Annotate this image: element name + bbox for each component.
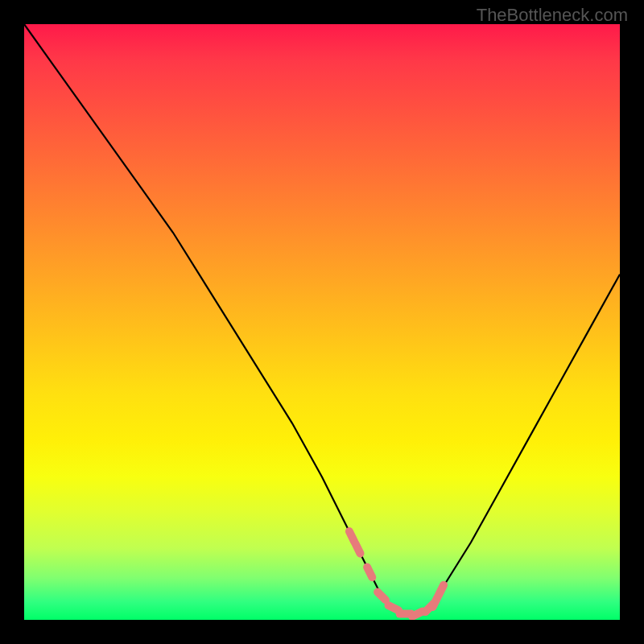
chart-container: TheBottleneck.com: [0, 0, 644, 644]
plot-gradient-area: [24, 24, 620, 620]
watermark-text: TheBottleneck.com: [477, 5, 628, 26]
